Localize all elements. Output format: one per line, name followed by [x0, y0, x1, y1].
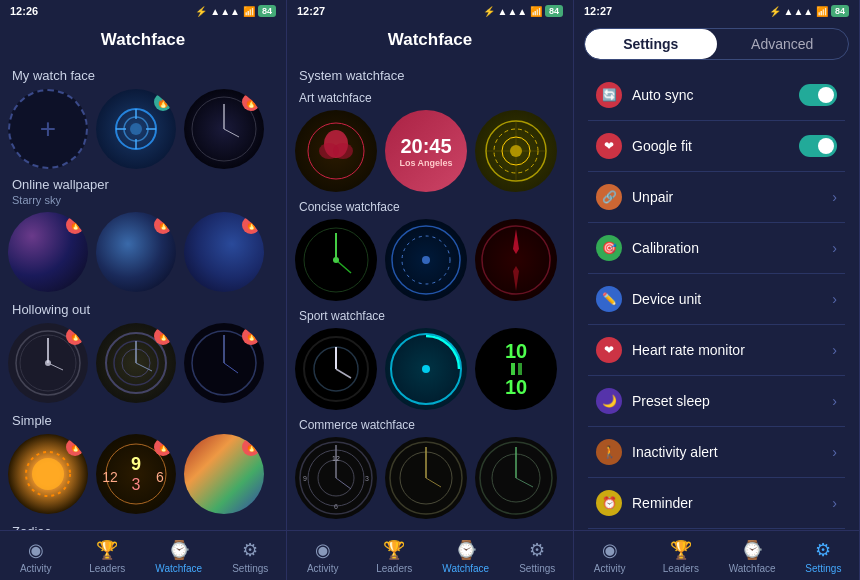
svg-text:6: 6 — [334, 503, 338, 510]
settings-reminder[interactable]: ⏰ Reminder › — [588, 478, 845, 529]
unpair-icon-glyph: 🔗 — [602, 190, 617, 204]
nav-leaders-3[interactable]: 🏆 Leaders — [653, 539, 708, 574]
inactivity-arrow: › — [832, 444, 837, 460]
calibration-icon: 🎯 — [596, 235, 622, 261]
add-watchface-btn[interactable]: + — [8, 89, 88, 169]
google-fit-icon: ❤ — [596, 133, 622, 159]
settings-calibration[interactable]: 🎯 Calibration › — [588, 223, 845, 274]
simple-1[interactable]: 🔥 — [8, 434, 88, 514]
activity-icon-2: ◉ — [315, 539, 331, 561]
svg-text:9: 9 — [131, 454, 141, 474]
calibration-icon-glyph: 🎯 — [602, 241, 617, 255]
calibration-label: Calibration — [632, 240, 822, 256]
section-hollowing: Hollowing out — [12, 302, 274, 317]
settings-label-2: Settings — [519, 563, 555, 574]
sport-3[interactable]: 10 10 — [475, 328, 557, 410]
leaders-icon-2: 🏆 — [383, 539, 405, 561]
my-wf-1[interactable]: 🔥 — [96, 89, 176, 169]
google-fit-label: Google fit — [632, 138, 789, 154]
my-wf-2[interactable]: 🔥 — [184, 89, 264, 169]
wf-badge-1: 🔥 — [154, 93, 172, 111]
auto-sync-icon: 🔄 — [596, 82, 622, 108]
art-wf-2[interactable]: 20:45 Los Angeles — [385, 110, 467, 192]
concise-svg-1 — [299, 223, 374, 298]
settings-label-1: Settings — [232, 563, 268, 574]
nav-activity-3[interactable]: ◉ Activity — [582, 539, 637, 574]
settings-preset-sleep[interactable]: 🌙 Preset sleep › — [588, 376, 845, 427]
nav-activity-1[interactable]: ◉ Activity — [8, 539, 63, 574]
svg-line-22 — [224, 363, 238, 373]
tab-advanced[interactable]: Advanced — [717, 29, 849, 59]
nav-watchface-3[interactable]: ⌚ Watchface — [725, 539, 780, 574]
commerce-2[interactable] — [385, 437, 467, 519]
nav-watchface-2[interactable]: ⌚ Watchface — [438, 539, 493, 574]
gfit-icon-glyph: ❤ — [604, 139, 614, 153]
concise-3[interactable] — [475, 219, 557, 301]
concise-bg-2 — [385, 219, 467, 301]
preset-sleep-icon: 🌙 — [596, 388, 622, 414]
auto-sync-toggle[interactable] — [799, 84, 837, 106]
nav-watchface-1[interactable]: ⌚ Watchface — [151, 539, 206, 574]
nav-activity-2[interactable]: ◉ Activity — [295, 539, 350, 574]
hollow-2[interactable]: 🔥 — [96, 323, 176, 403]
nav-leaders-2[interactable]: 🏆 Leaders — [367, 539, 422, 574]
sync-icon-glyph: 🔄 — [602, 88, 617, 102]
status-time-3: 12:27 — [584, 5, 612, 17]
commerce-svg-1: 12 3 6 9 — [295, 437, 377, 519]
watchface-label-3: Watchface — [729, 563, 776, 574]
svg-line-14 — [48, 363, 63, 370]
svg-line-70 — [426, 478, 441, 487]
starry-3[interactable]: 🔥 — [184, 212, 264, 292]
art-wf-1[interactable] — [295, 110, 377, 192]
sport-1[interactable] — [295, 328, 377, 410]
nav-leaders-1[interactable]: 🏆 Leaders — [80, 539, 135, 574]
art-time-loc: Los Angeles — [399, 158, 452, 168]
settings-device-unit[interactable]: ✏️ Device unit › — [588, 274, 845, 325]
status-icons-2: ⚡ ▲▲▲ 📶 84 — [483, 5, 563, 17]
device-unit-icon: ✏️ — [596, 286, 622, 312]
concise-watchface-label: Concise watchface — [299, 200, 561, 214]
svg-text:6: 6 — [156, 469, 164, 485]
nav-settings-1[interactable]: ⚙ Settings — [223, 539, 278, 574]
art-time-value: 20:45 — [399, 135, 452, 158]
hollow-1[interactable]: 🔥 — [8, 323, 88, 403]
leaders-label-1: Leaders — [89, 563, 125, 574]
settings-auto-sync[interactable]: 🔄 Auto sync — [588, 70, 845, 121]
simple-2[interactable]: 9 3 12 6 🔥 — [96, 434, 176, 514]
starry-2[interactable]: 🔥 — [96, 212, 176, 292]
settings-google-fit[interactable]: ❤ Google fit — [588, 121, 845, 172]
google-fit-toggle[interactable] — [799, 135, 837, 157]
hollow-3[interactable]: 🔥 — [184, 323, 264, 403]
sport-num-bot: 10 — [505, 377, 527, 397]
svg-point-47 — [333, 257, 339, 263]
concise-2[interactable] — [385, 219, 467, 301]
inactivity-icon-glyph: 🚶 — [602, 445, 617, 459]
commerce-3[interactable] — [475, 437, 557, 519]
panel2-title: Watchface — [287, 22, 573, 60]
leaders-label-2: Leaders — [376, 563, 412, 574]
simple-3[interactable]: 🔥 — [184, 434, 264, 514]
starry-1[interactable]: 🔥 — [8, 212, 88, 292]
nav-settings-2[interactable]: ⚙ Settings — [510, 539, 565, 574]
tab-settings[interactable]: Settings — [585, 29, 717, 59]
nav-settings-3[interactable]: ⚙ Settings — [796, 539, 851, 574]
hollow-badge-1: 🔥 — [66, 327, 84, 345]
wf-svg-1 — [111, 104, 161, 154]
svg-line-62 — [336, 478, 351, 489]
auto-sync-label: Auto sync — [632, 87, 789, 103]
bt-icon-2: ⚡ ▲▲▲ 📶 — [483, 6, 542, 17]
commerce-1[interactable]: 12 3 6 9 — [295, 437, 377, 519]
art-watchface-grid: 20:45 Los Angeles — [295, 110, 565, 192]
sport-2[interactable] — [385, 328, 467, 410]
device-icon-glyph: ✏️ — [602, 292, 617, 306]
art-wf-3[interactable] — [475, 110, 557, 192]
settings-unpair[interactable]: 🔗 Unpair › — [588, 172, 845, 223]
sport-watchface-section: Sport watchface — [295, 309, 565, 410]
settings-inactivity[interactable]: 🚶 Inactivity alert › — [588, 427, 845, 478]
concise-bg-3 — [475, 219, 557, 301]
concise-1[interactable] — [295, 219, 377, 301]
concise-svg-2 — [385, 219, 467, 301]
section-simple: Simple — [12, 413, 274, 428]
art-svg-1 — [301, 116, 371, 186]
settings-heart-rate[interactable]: ❤ Heart rate monitor › — [588, 325, 845, 376]
